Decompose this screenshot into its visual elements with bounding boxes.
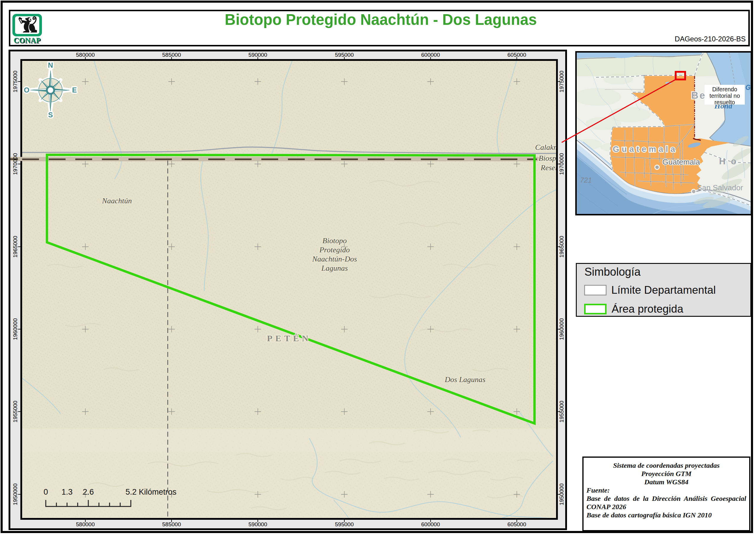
svg-text:d: d [751, 94, 752, 100]
svg-text:Biotopo: Biotopo [323, 236, 347, 245]
svg-text:H o: H o [719, 156, 738, 166]
svg-text:2.6: 2.6 [83, 487, 94, 496]
svg-text:Calakm: Calakm [535, 143, 556, 151]
svg-text:Biosph: Biosph [539, 154, 556, 162]
svg-text:Diferendo: Diferendo [712, 86, 738, 92]
svg-text:0: 0 [44, 487, 48, 496]
svg-text:Protegido: Protegido [319, 246, 350, 254]
svg-text:Gu: Gu [745, 84, 752, 91]
svg-text:territorial no: territorial no [709, 92, 740, 99]
svg-text:Be: Be [691, 90, 706, 101]
svg-text:N: N [48, 61, 53, 69]
svg-text:San Salvador: San Salvador [697, 183, 743, 192]
svg-text:1.3: 1.3 [61, 487, 73, 496]
svg-text:Naachtún-Dos: Naachtún-Dos [312, 255, 357, 263]
svg-text:S: S [48, 111, 53, 119]
svg-text:E: E [72, 86, 77, 94]
svg-text:PETÉN: PETÉN [267, 333, 311, 343]
svg-text:CONAP: CONAP [14, 36, 41, 44]
svg-text:Naachtún: Naachtún [102, 196, 132, 205]
svg-text:Guatemala: Guatemala [613, 145, 678, 154]
svg-text:5.2 Kilómetros: 5.2 Kilómetros [126, 487, 176, 496]
svg-text:O: O [24, 86, 30, 94]
svg-text:721: 721 [580, 176, 592, 184]
svg-text:Guatemala: Guatemala [662, 157, 700, 166]
svg-text:Dos Lagunas: Dos Lagunas [444, 375, 486, 384]
svg-text:resuelto: resuelto [714, 99, 735, 106]
svg-text:Lagunas: Lagunas [321, 264, 348, 272]
svg-text:Reser: Reser [540, 163, 556, 172]
